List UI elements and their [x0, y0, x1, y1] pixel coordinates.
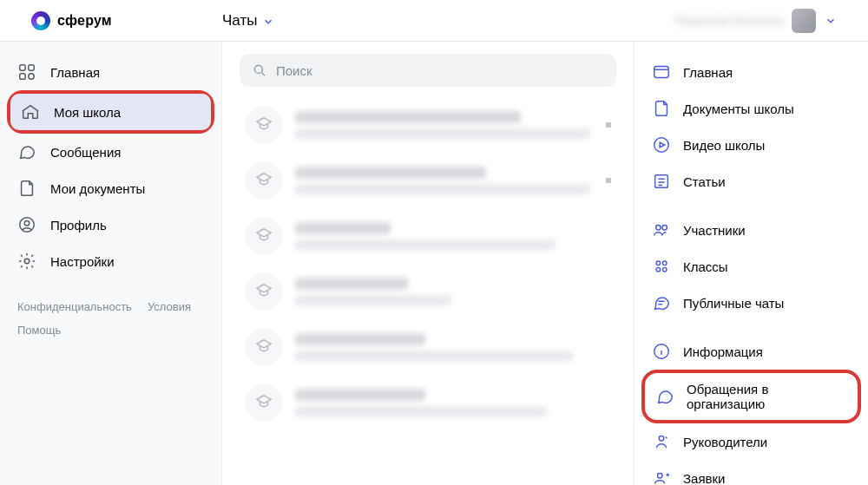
right-item-classes[interactable]: Классы [641, 248, 861, 285]
chat-texts [295, 278, 611, 305]
svg-point-14 [662, 261, 667, 265]
footer-privacy-link[interactable]: Конфиденциальность [17, 300, 132, 313]
chat-title-blur [295, 278, 408, 290]
chevron-down-icon [825, 15, 837, 27]
articles-icon [652, 172, 671, 191]
right-item-video[interactable]: Видео школы [641, 127, 861, 163]
svg-point-19 [657, 474, 662, 479]
app-header: сферум Чаты Фамилия Евгения [0, 0, 868, 42]
chat-row[interactable] [240, 97, 616, 153]
highlight-annotation: Обращения в организацию [641, 370, 861, 423]
chat-subtitle-blur [295, 406, 547, 416]
logo-area[interactable]: сферум [31, 11, 222, 30]
search-icon [252, 62, 267, 78]
right-item-appeals[interactable]: Обращения в организацию [645, 373, 858, 420]
svg-point-6 [24, 259, 30, 264]
right-item-label: Публичные чаты [683, 296, 784, 311]
chat-title-blur [295, 167, 486, 179]
left-sidebar: Главная Моя школа Сообщения Мои документ… [0, 42, 222, 485]
svg-rect-0 [20, 65, 25, 70]
pubchats-icon [652, 293, 671, 312]
chat-avatar [245, 383, 283, 422]
footer-help-link[interactable]: Помощь [17, 324, 61, 337]
sidebar-item-label: Профиль [50, 218, 107, 233]
right-item-articles[interactable]: Статьи [641, 163, 861, 200]
sidebar-footer: Конфиденциальность Условия Помощь [7, 300, 214, 337]
chat-texts [295, 111, 594, 139]
sidebar-item-profile[interactable]: Профиль [7, 206, 214, 243]
chat-subtitle-blur [295, 295, 451, 305]
chat-row[interactable] [240, 319, 616, 375]
brand-name: сферум [57, 13, 112, 29]
right-item-info[interactable]: Информация [641, 333, 861, 370]
chat-avatar [245, 272, 283, 311]
user-menu[interactable]: Фамилия Евгения [675, 9, 837, 33]
section-dropdown[interactable]: Чаты [222, 12, 274, 29]
chat-avatar [245, 161, 283, 200]
right-item-label: Классы [683, 259, 728, 274]
svg-point-9 [654, 138, 669, 153]
search-input[interactable]: Поиск [240, 54, 616, 87]
chat-texts [295, 333, 611, 361]
highlight-annotation: Моя школа [7, 90, 214, 134]
right-item-leaders[interactable]: Руководители [641, 423, 861, 460]
chat-row[interactable] [240, 264, 616, 319]
video-icon [652, 135, 671, 154]
chat-avatar [245, 106, 283, 144]
right-item-requests[interactable]: Заявки [641, 460, 861, 485]
chat-row[interactable] [240, 375, 616, 430]
document-icon [17, 179, 36, 198]
sidebar-item-label: Главная [50, 65, 100, 80]
logo-icon [31, 11, 50, 30]
user-name: Фамилия Евгения [675, 13, 783, 28]
docs-icon [652, 99, 671, 118]
info-icon [652, 342, 671, 361]
svg-point-18 [659, 436, 664, 442]
sidebar-item-documents[interactable]: Мои документы [7, 170, 214, 206]
right-item-label: Заявки [683, 471, 725, 486]
chat-avatar [245, 328, 283, 366]
right-item-home[interactable]: Главная [641, 54, 861, 90]
chat-avatar [245, 217, 283, 255]
chat-row[interactable] [240, 208, 616, 264]
sidebar-item-home[interactable]: Главная [7, 54, 214, 90]
sidebar-item-label: Моя школа [54, 105, 121, 120]
right-item-label: Информация [683, 344, 763, 359]
section-dropdown-label: Чаты [222, 12, 257, 29]
chat-texts [295, 222, 611, 250]
chat-title-blur [295, 333, 425, 345]
appeals-icon [655, 387, 674, 406]
right-item-pubchats[interactable]: Публичные чаты [641, 285, 861, 321]
chat-subtitle-blur [295, 184, 590, 194]
unread-dot [606, 178, 611, 183]
svg-point-11 [656, 226, 661, 231]
right-item-label: Видео школы [683, 138, 765, 153]
sidebar-item-settings[interactable]: Настройки [7, 243, 214, 279]
svg-point-12 [662, 226, 667, 231]
right-item-docs[interactable]: Документы школы [641, 90, 861, 127]
chat-subtitle-blur [295, 239, 556, 250]
chat-row[interactable] [240, 153, 616, 208]
classes-icon [652, 257, 671, 276]
right-item-label: Участники [683, 223, 746, 238]
search-placeholder: Поиск [276, 63, 312, 78]
sidebar-item-label: Сообщения [50, 145, 121, 160]
home-icon [652, 62, 671, 82]
chat-title-blur [295, 389, 425, 401]
svg-point-15 [656, 267, 661, 272]
right-item-label: Документы школы [683, 102, 794, 116]
sidebar-item-label: Мои документы [50, 181, 145, 196]
chat-texts [295, 167, 594, 194]
requests-icon [652, 469, 671, 485]
footer-terms-link[interactable]: Условия [148, 300, 191, 313]
school-icon [21, 102, 40, 121]
chevron-down-icon [262, 15, 274, 27]
sidebar-item-school[interactable]: Моя школа [10, 94, 211, 130]
right-item-members[interactable]: Участники [641, 212, 861, 248]
avatar [792, 9, 816, 33]
svg-point-7 [254, 65, 262, 73]
sidebar-item-messages[interactable]: Сообщения [7, 134, 214, 170]
sidebar-item-label: Настройки [50, 254, 115, 269]
chat-texts [295, 389, 611, 416]
grid-icon [17, 62, 36, 82]
